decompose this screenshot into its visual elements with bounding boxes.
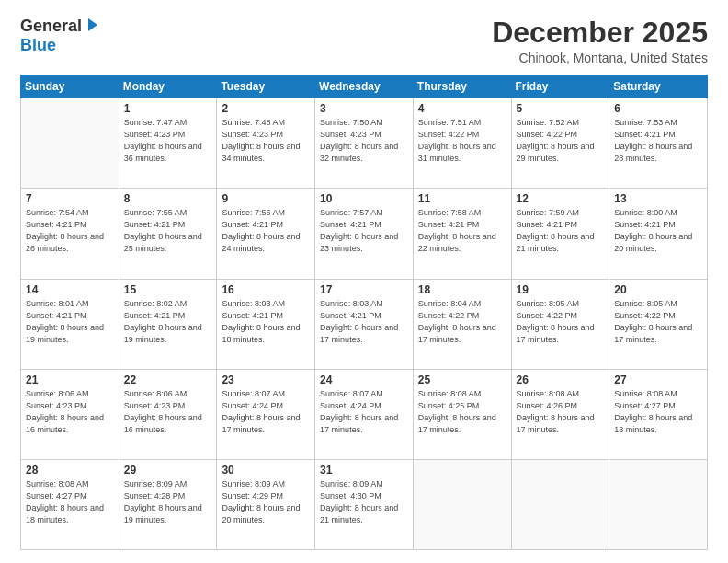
- day-info: Sunrise: 7:52 AMSunset: 4:22 PMDaylight:…: [517, 117, 605, 165]
- day-info: Sunrise: 8:03 AMSunset: 4:21 PMDaylight:…: [320, 298, 408, 346]
- day-info: Sunrise: 8:06 AMSunset: 4:23 PMDaylight:…: [124, 388, 212, 436]
- table-row: 26Sunrise: 8:08 AMSunset: 4:26 PMDayligh…: [511, 369, 609, 459]
- calendar-week-row: 1Sunrise: 7:47 AMSunset: 4:23 PMDaylight…: [21, 98, 708, 189]
- header: General Blue December 2025 Chinook, Mont…: [20, 17, 708, 65]
- table-row: 29Sunrise: 8:09 AMSunset: 4:28 PMDayligh…: [119, 459, 217, 549]
- day-info: Sunrise: 8:08 AMSunset: 4:25 PMDaylight:…: [418, 388, 506, 436]
- table-row: [413, 459, 511, 549]
- table-row: 20Sunrise: 8:05 AMSunset: 4:22 PMDayligh…: [609, 279, 708, 369]
- day-number: 25: [418, 373, 506, 386]
- day-info: Sunrise: 8:08 AMSunset: 4:26 PMDaylight:…: [517, 388, 605, 436]
- table-row: 4Sunrise: 7:51 AMSunset: 4:22 PMDaylight…: [413, 98, 511, 189]
- day-number: 9: [222, 192, 310, 205]
- day-number: 13: [614, 192, 702, 205]
- header-tuesday: Tuesday: [217, 75, 315, 98]
- table-row: 3Sunrise: 7:50 AMSunset: 4:23 PMDaylight…: [315, 98, 414, 189]
- day-number: 18: [418, 283, 506, 296]
- page: General Blue December 2025 Chinook, Mont…: [0, 0, 728, 563]
- day-info: Sunrise: 8:07 AMSunset: 4:24 PMDaylight:…: [222, 388, 310, 436]
- day-number: 20: [614, 283, 702, 296]
- table-row: 22Sunrise: 8:06 AMSunset: 4:23 PMDayligh…: [119, 369, 217, 459]
- day-number: 10: [320, 192, 408, 205]
- day-number: 14: [26, 283, 114, 296]
- calendar-week-row: 21Sunrise: 8:06 AMSunset: 4:23 PMDayligh…: [21, 369, 708, 459]
- day-number: 6: [614, 102, 702, 115]
- table-row: 21Sunrise: 8:06 AMSunset: 4:23 PMDayligh…: [21, 369, 119, 459]
- table-row: 25Sunrise: 8:08 AMSunset: 4:25 PMDayligh…: [413, 369, 511, 459]
- day-info: Sunrise: 7:48 AMSunset: 4:23 PMDaylight:…: [222, 117, 310, 165]
- day-number: 11: [418, 192, 506, 205]
- table-row: 10Sunrise: 7:57 AMSunset: 4:21 PMDayligh…: [315, 189, 414, 279]
- calendar-week-row: 28Sunrise: 8:08 AMSunset: 4:27 PMDayligh…: [21, 459, 708, 549]
- table-row: 16Sunrise: 8:03 AMSunset: 4:21 PMDayligh…: [217, 279, 315, 369]
- table-row: 8Sunrise: 7:55 AMSunset: 4:21 PMDaylight…: [119, 189, 217, 279]
- table-row: 31Sunrise: 8:09 AMSunset: 4:30 PMDayligh…: [315, 459, 414, 549]
- day-info: Sunrise: 7:59 AMSunset: 4:21 PMDaylight:…: [517, 207, 605, 255]
- day-number: 12: [517, 192, 605, 205]
- header-sunday: Sunday: [21, 75, 119, 98]
- day-number: 22: [124, 373, 212, 386]
- header-wednesday: Wednesday: [315, 75, 414, 98]
- day-number: 5: [517, 102, 605, 115]
- table-row: 12Sunrise: 7:59 AMSunset: 4:21 PMDayligh…: [511, 189, 609, 279]
- day-number: 19: [517, 283, 605, 296]
- day-info: Sunrise: 7:57 AMSunset: 4:21 PMDaylight:…: [320, 207, 408, 255]
- day-info: Sunrise: 7:56 AMSunset: 4:21 PMDaylight:…: [222, 207, 310, 255]
- day-number: 17: [320, 283, 408, 296]
- day-number: 8: [124, 192, 212, 205]
- day-info: Sunrise: 8:03 AMSunset: 4:21 PMDaylight:…: [222, 298, 310, 346]
- day-number: 28: [26, 464, 114, 477]
- day-info: Sunrise: 8:08 AMSunset: 4:27 PMDaylight:…: [614, 388, 702, 436]
- day-info: Sunrise: 8:09 AMSunset: 4:30 PMDaylight:…: [320, 478, 408, 526]
- table-row: 14Sunrise: 8:01 AMSunset: 4:21 PMDayligh…: [21, 279, 119, 369]
- calendar-week-row: 14Sunrise: 8:01 AMSunset: 4:21 PMDayligh…: [21, 279, 708, 369]
- day-info: Sunrise: 8:06 AMSunset: 4:23 PMDaylight:…: [26, 388, 114, 436]
- day-number: 4: [418, 102, 506, 115]
- day-number: 30: [222, 464, 310, 477]
- day-number: 7: [26, 192, 114, 205]
- month-title: December 2025: [492, 17, 708, 49]
- day-info: Sunrise: 7:53 AMSunset: 4:21 PMDaylight:…: [614, 117, 702, 165]
- table-row: 9Sunrise: 7:56 AMSunset: 4:21 PMDaylight…: [217, 189, 315, 279]
- day-info: Sunrise: 8:05 AMSunset: 4:22 PMDaylight:…: [517, 298, 605, 346]
- day-info: Sunrise: 7:51 AMSunset: 4:22 PMDaylight:…: [418, 117, 506, 165]
- day-info: Sunrise: 8:09 AMSunset: 4:29 PMDaylight:…: [222, 478, 310, 526]
- day-number: 27: [614, 373, 702, 386]
- table-row: 15Sunrise: 8:02 AMSunset: 4:21 PMDayligh…: [119, 279, 217, 369]
- day-info: Sunrise: 8:01 AMSunset: 4:21 PMDaylight:…: [26, 298, 114, 346]
- logo: General Blue: [20, 17, 101, 55]
- table-row: [21, 98, 119, 189]
- calendar-table: Sunday Monday Tuesday Wednesday Thursday…: [20, 75, 708, 550]
- table-row: 28Sunrise: 8:08 AMSunset: 4:27 PMDayligh…: [21, 459, 119, 549]
- table-row: 24Sunrise: 8:07 AMSunset: 4:24 PMDayligh…: [315, 369, 414, 459]
- title-area: December 2025 Chinook, Montana, United S…: [492, 17, 708, 65]
- logo-blue-text: Blue: [20, 37, 101, 55]
- header-thursday: Thursday: [413, 75, 511, 98]
- table-row: 27Sunrise: 8:08 AMSunset: 4:27 PMDayligh…: [609, 369, 708, 459]
- table-row: [609, 459, 708, 549]
- day-info: Sunrise: 8:07 AMSunset: 4:24 PMDaylight:…: [320, 388, 408, 436]
- day-number: 1: [124, 102, 212, 115]
- day-info: Sunrise: 8:00 AMSunset: 4:21 PMDaylight:…: [614, 207, 702, 255]
- header-friday: Friday: [511, 75, 609, 98]
- day-number: 2: [222, 102, 310, 115]
- day-info: Sunrise: 8:04 AMSunset: 4:22 PMDaylight:…: [418, 298, 506, 346]
- day-info: Sunrise: 8:05 AMSunset: 4:22 PMDaylight:…: [614, 298, 702, 346]
- day-number: 29: [124, 464, 212, 477]
- table-row: 23Sunrise: 8:07 AMSunset: 4:24 PMDayligh…: [217, 369, 315, 459]
- table-row: 30Sunrise: 8:09 AMSunset: 4:29 PMDayligh…: [217, 459, 315, 549]
- table-row: 11Sunrise: 7:58 AMSunset: 4:21 PMDayligh…: [413, 189, 511, 279]
- day-info: Sunrise: 7:50 AMSunset: 4:23 PMDaylight:…: [320, 117, 408, 165]
- table-row: 6Sunrise: 7:53 AMSunset: 4:21 PMDaylight…: [609, 98, 708, 189]
- day-number: 23: [222, 373, 310, 386]
- day-number: 3: [320, 102, 408, 115]
- day-info: Sunrise: 7:55 AMSunset: 4:21 PMDaylight:…: [124, 207, 212, 255]
- calendar-week-row: 7Sunrise: 7:54 AMSunset: 4:21 PMDaylight…: [21, 189, 708, 279]
- table-row: 5Sunrise: 7:52 AMSunset: 4:22 PMDaylight…: [511, 98, 609, 189]
- day-number: 21: [26, 373, 114, 386]
- table-row: 19Sunrise: 8:05 AMSunset: 4:22 PMDayligh…: [511, 279, 609, 369]
- table-row: 7Sunrise: 7:54 AMSunset: 4:21 PMDaylight…: [21, 189, 119, 279]
- day-info: Sunrise: 7:58 AMSunset: 4:21 PMDaylight:…: [418, 207, 506, 255]
- logo-general-text: General: [20, 17, 82, 36]
- table-row: 13Sunrise: 8:00 AMSunset: 4:21 PMDayligh…: [609, 189, 708, 279]
